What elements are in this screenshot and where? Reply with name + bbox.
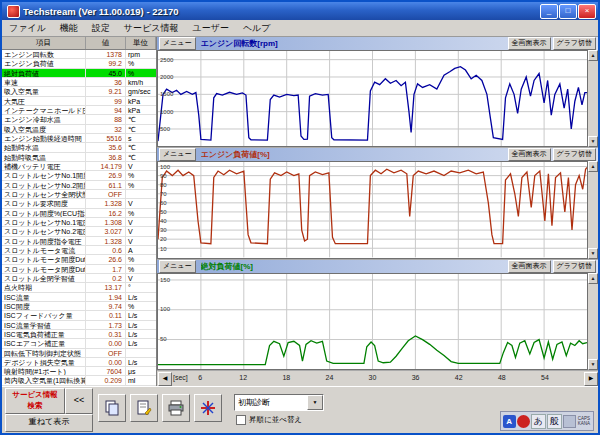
y-axis-tick-label: 80 (160, 182, 167, 188)
service-info-label-1: サービス情報 (6, 389, 64, 400)
notepad-icon (135, 399, 153, 417)
chart-menu-button[interactable]: メニュー (159, 37, 196, 50)
table-row[interactable]: 回転低下時制御判定状態OFF (2, 349, 156, 358)
y-axis-tick-label: 10 (160, 246, 167, 252)
ime-conversion-mode[interactable]: 般 (547, 414, 562, 429)
table-row[interactable]: ISCフィードバック量0.11L/s (2, 311, 156, 320)
table-row[interactable]: ISC電気負荷補正量0.31L/s (2, 330, 156, 339)
table-row[interactable]: ISC流量学習値1.73L/s (2, 321, 156, 330)
menu-item-2[interactable]: 機能 (53, 22, 85, 35)
collapse-panel-button[interactable]: << (65, 388, 93, 414)
table-row[interactable]: スロットルセンサNo.1開度26.9% (2, 171, 156, 180)
cell-value: 9.21 (86, 87, 126, 95)
table-row[interactable]: エンジン始動後経過時間5516s (2, 134, 156, 143)
cell-item: スロットルセンサNo.1電圧 (2, 218, 86, 226)
cell-item: スロットルモータ閉度Duty (2, 265, 86, 273)
ime-tools-icon[interactable] (563, 415, 576, 428)
table-row[interactable]: スロットルセンサ全閉状態OFF (2, 190, 156, 199)
table-row[interactable]: 吸入空気温度32℃ (2, 125, 156, 134)
cell-unit: L/s (126, 339, 156, 347)
y-scale-down-button[interactable]: ▼ (588, 136, 598, 147)
table-row[interactable]: 筒内吸入空気量(1回転換算)0.209ml (2, 376, 156, 385)
table-row[interactable]: スロットルモータ閉度Duty1.7% (2, 265, 156, 274)
graph-switch-button[interactable]: グラフ切替 (553, 37, 597, 50)
table-row[interactable]: インテークマニホールド圧94kPa (2, 106, 156, 115)
menu-item-4[interactable]: サービス情報 (117, 22, 186, 35)
table-row[interactable]: スロットル全閉学習値0.2V (2, 274, 156, 283)
table-row[interactable]: エンジン冷却水温88℃ (2, 115, 156, 124)
chart-plot: 102030405060708090100 (157, 161, 588, 258)
cell-item: ISC開度 (2, 302, 86, 310)
table-row[interactable]: 補機バッテリ電圧14.179V (2, 162, 156, 171)
ime-language-icon[interactable]: A (503, 415, 516, 428)
y-scale-up-button[interactable]: ▲ (588, 273, 598, 284)
service-info-search-button[interactable]: サービス情報 検索 (5, 388, 65, 414)
cell-unit: V (126, 227, 156, 235)
table-row[interactable]: 噴射時間(#1ポート)7604μs (2, 367, 156, 376)
table-row[interactable]: 大気圧99kPa (2, 97, 156, 106)
fullscreen-button[interactable]: 全画面表示 (508, 260, 551, 273)
cell-item: スロットルセンサNo.2電圧 (2, 227, 86, 235)
notes-button[interactable] (130, 394, 158, 422)
graph-switch-button[interactable]: グラフ切替 (553, 260, 597, 273)
table-row[interactable]: スロットルモータ開度Duty26.6% (2, 255, 156, 264)
y-scale-down-button[interactable]: ▼ (588, 359, 598, 370)
menu-item-1[interactable]: ファイル (2, 22, 53, 35)
copy-data-button[interactable] (98, 394, 126, 422)
cell-value: 36 (86, 78, 126, 86)
data-marker-button[interactable] (194, 394, 222, 422)
table-row[interactable]: スロットル開度%(ECU指示値)16.2% (2, 209, 156, 218)
y-scale-up-button[interactable]: ▲ (588, 161, 598, 172)
time-tick-zone: 6121824303642485460 (157, 371, 588, 386)
table-row[interactable]: エンジン回転数1378rpm (2, 50, 156, 59)
table-row[interactable]: 点火時期13.17° (2, 283, 156, 292)
scroll-left-button[interactable]: ◀ (158, 372, 172, 386)
print-button[interactable] (162, 394, 190, 422)
fullscreen-button[interactable]: 全画面表示 (508, 37, 551, 50)
diagnosis-mode-dropdown[interactable]: 初期診断 ▼ (234, 394, 324, 411)
chart-menu-button[interactable]: メニュー (159, 260, 196, 273)
cell-item: 大気圧 (2, 97, 86, 105)
cell-unit: V (126, 218, 156, 226)
menu-item-3[interactable]: 設定 (85, 22, 117, 35)
table-row[interactable]: スロットルセンサNo.1電圧1.308V (2, 218, 156, 227)
table-row[interactable]: ISC流量1.94L/s (2, 293, 156, 302)
cell-item: 絶対負荷値 (2, 69, 86, 77)
sort-ascending-checkbox[interactable] (236, 415, 246, 425)
table-row[interactable]: ISCエアコン補正量0.00L/s (2, 339, 156, 348)
fullscreen-button[interactable]: 全画面表示 (508, 148, 551, 161)
table-row[interactable]: 始動時吸気温36.8℃ (2, 153, 156, 162)
table-row[interactable]: デポジット損失空気量0.00L/s (2, 358, 156, 367)
y-scale-down-button[interactable]: ▼ (588, 248, 598, 259)
menu-item-6[interactable]: ヘルプ (236, 22, 278, 35)
graph-switch-button[interactable]: グラフ切替 (553, 148, 597, 161)
dropdown-arrow-icon[interactable]: ▼ (307, 395, 323, 410)
table-row[interactable]: スロットル開度指令電圧1.328V (2, 237, 156, 246)
cell-value: 0.00 (86, 358, 126, 366)
table-row[interactable]: 絶対負荷値45.0% (2, 69, 156, 78)
scroll-right-button[interactable]: ▶ (584, 372, 598, 386)
table-row[interactable]: 吸入空気量9.21gm/sec (2, 87, 156, 96)
chart-menu-button[interactable]: メニュー (159, 148, 196, 161)
cell-unit: kPa (126, 106, 156, 114)
table-row[interactable]: スロットル要求開度1.328V (2, 199, 156, 208)
close-button[interactable]: × (578, 4, 596, 19)
table-row[interactable]: エンジン負荷値99.2% (2, 59, 156, 68)
table-row[interactable]: 車速36km/h (2, 78, 156, 87)
overlay-display-button[interactable]: 重ねて表示 (5, 414, 93, 432)
cell-item: スロットル開度%(ECU指示値) (2, 209, 86, 217)
table-row[interactable]: スロットルモータ電流0.6A (2, 246, 156, 255)
table-row[interactable]: 始動時水温35.6℃ (2, 143, 156, 152)
y-scale-up-button[interactable]: ▲ (588, 50, 598, 61)
table-row[interactable]: ISC開度9.74% (2, 302, 156, 311)
ime-input-mode[interactable]: あ (531, 414, 546, 429)
cell-item: スロットルセンサNo.2開度 (2, 181, 86, 189)
chart-panel-load: メニュー エンジン負荷値[%] 全画面表示 グラフ切替 102030405060… (157, 148, 598, 259)
maximize-button[interactable]: □ (559, 4, 577, 19)
table-row[interactable]: スロットルセンサNo.2開度61.1% (2, 181, 156, 190)
table-row[interactable]: スロットルセンサNo.2電圧3.027V (2, 227, 156, 236)
minimize-button[interactable]: _ (540, 4, 558, 19)
cell-value: 1.308 (86, 218, 126, 226)
menu-item-5[interactable]: ユーザー (185, 22, 235, 35)
x-axis-tick-label: 54 (541, 374, 549, 381)
